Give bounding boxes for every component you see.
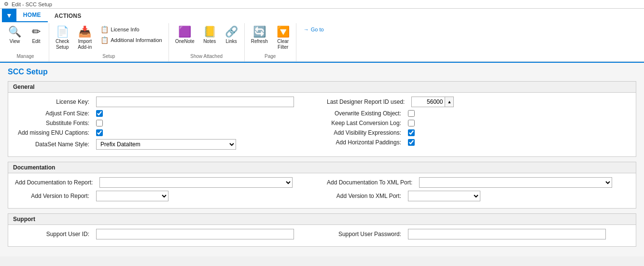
support-password-input[interactable]: [408, 229, 606, 239]
additional-info-label: Additional Information: [111, 37, 162, 43]
edit-icon: ✏: [32, 27, 41, 37]
license-info-item[interactable]: 📋 License Info: [97, 24, 165, 35]
notes-button[interactable]: 📒 Notes: [200, 24, 220, 47]
additional-info-item[interactable]: 📋 Additional Information: [97, 35, 165, 45]
links-label: Links: [226, 39, 237, 44]
refresh-label: Refresh: [251, 39, 268, 44]
support-two-col: Support User ID: Support User Password:: [15, 229, 629, 242]
import-addin-button[interactable]: 📥 ImportAdd-in: [74, 24, 95, 53]
check-setup-icon: 📄: [56, 27, 69, 37]
adjust-font-size-row: Adjust Font Size:: [15, 110, 317, 117]
documentation-section: Documentation Add Documentation to Repor…: [8, 162, 636, 209]
add-doc-to-xmlport-label: Add Documentation To XML Port:: [327, 179, 415, 186]
support-section: Support Support User ID: Support User Pa…: [8, 213, 636, 247]
page-group-label: Page: [248, 53, 293, 60]
keep-last-conversion-checkbox[interactable]: [408, 120, 415, 126]
support-password-label: Support User Password:: [327, 231, 404, 238]
view-icon: 🔍: [8, 27, 21, 37]
links-icon: 🔗: [225, 27, 238, 37]
support-userid-row: Support User ID:: [15, 229, 317, 239]
manage-group-label: Manage: [5, 53, 46, 60]
add-doc-to-report-select[interactable]: [99, 177, 293, 188]
license-key-label: License Key:: [15, 98, 92, 105]
support-password-row: Support User Password:: [327, 229, 629, 239]
general-two-col: License Key: Adjust Font Size: Substitut…: [15, 97, 629, 153]
documentation-header: Documentation: [8, 162, 636, 173]
edit-label: Edit: [32, 39, 40, 44]
onenote-icon: 🟪: [178, 27, 191, 37]
add-missing-enu-label: Add missing ENU Captions:: [15, 129, 92, 136]
tab-home[interactable]: HOME: [16, 9, 48, 22]
refresh-icon: 🔄: [253, 27, 266, 37]
goto-label: Go to: [311, 27, 324, 32]
last-designer-id-row: Last Designer Report ID used: ▲: [327, 97, 629, 107]
add-doc-to-report-row: Add Documentation to Report:: [15, 177, 317, 188]
add-visibility-row: Add Visibility Expressions:: [327, 129, 629, 136]
show-attached-items: 🟪 OneNote 📒 Notes 🔗 Links: [172, 24, 241, 53]
add-horizontal-paddings-checkbox[interactable]: [408, 139, 415, 146]
adjust-font-size-label: Adjust Font Size:: [15, 110, 92, 117]
support-userid-input[interactable]: [96, 229, 294, 239]
onenote-button[interactable]: 🟪 OneNote: [172, 24, 198, 47]
support-left: Support User ID:: [15, 229, 317, 242]
general-header: General: [8, 82, 636, 93]
app-icon: ⚙: [4, 1, 9, 7]
add-doc-to-report-label: Add Documentation to Report:: [15, 179, 96, 186]
ribbon-group-setup: 📄 CheckSetup 📥 ImportAdd-in 📋 License In…: [49, 23, 169, 61]
ribbon-content: 🔍 View ✏ Edit Manage 📄 CheckSetup 📥 I: [0, 22, 644, 62]
spinner-up-btn[interactable]: ▲: [445, 97, 454, 107]
page-content: SCC Setup General License Key: Adjust Fo…: [0, 63, 644, 256]
ribbon-group-show-attached: 🟪 OneNote 📒 Notes 🔗 Links Show Attached: [169, 23, 245, 61]
adjust-font-size-checkbox[interactable]: [96, 110, 103, 117]
ribbon-group-page: 🔄 Refresh 🔽 ClearFilter Page: [245, 23, 296, 61]
keep-last-conversion-row: Keep Last Conversion Log:: [327, 120, 629, 126]
notes-label: Notes: [203, 39, 216, 44]
last-designer-id-spinner: ▲: [411, 97, 454, 107]
support-header: Support: [8, 214, 636, 225]
check-setup-label: CheckSetup: [56, 39, 69, 50]
title-bar: ⚙ Edit - SCC Setup: [0, 0, 644, 9]
view-label: View: [10, 39, 20, 44]
check-setup-button[interactable]: 📄 CheckSetup: [52, 24, 72, 53]
documentation-left: Add Documentation to Report: Add Version…: [15, 177, 317, 204]
last-designer-id-input[interactable]: [411, 97, 445, 107]
setup-group-label: Setup: [52, 53, 166, 60]
license-key-row: License Key:: [15, 97, 317, 107]
add-version-to-report-select[interactable]: [96, 191, 168, 201]
import-addin-label: ImportAdd-in: [78, 39, 92, 50]
dataset-name-style-select[interactable]: Prefix DataItem Suffix DataItem None: [96, 139, 236, 150]
tab-actions[interactable]: ACTIONS: [48, 10, 88, 22]
add-visibility-label: Add Visibility Expressions:: [327, 129, 404, 136]
ribbon-tabs: ▼ HOME ACTIONS: [0, 9, 644, 22]
overwrite-existing-checkbox[interactable]: [408, 110, 415, 117]
substitute-fonts-checkbox[interactable]: [96, 120, 103, 126]
license-key-input[interactable]: [96, 97, 294, 107]
page-title: SCC Setup: [8, 68, 636, 76]
clear-filter-icon: 🔽: [277, 27, 290, 37]
add-doc-to-xmlport-select[interactable]: [419, 177, 612, 188]
clear-filter-button[interactable]: 🔽 ClearFilter: [273, 24, 293, 53]
refresh-button[interactable]: 🔄 Refresh: [248, 24, 271, 47]
documentation-body: Add Documentation to Report: Add Version…: [8, 173, 636, 208]
ribbon-group-goto: → Go to: [296, 23, 331, 61]
page-items: 🔄 Refresh 🔽 ClearFilter: [248, 24, 293, 53]
substitute-fonts-row: Substitute Fonts:: [15, 120, 317, 126]
view-button[interactable]: 🔍 View: [5, 24, 25, 47]
onenote-label: OneNote: [175, 39, 195, 44]
license-info-label: License Info: [111, 27, 139, 32]
ribbon-dropdown-btn[interactable]: ▼: [2, 9, 16, 22]
documentation-right: Add Documentation To XML Port: Add Versi…: [327, 177, 629, 204]
goto-button[interactable]: → Go to: [299, 24, 328, 35]
add-missing-enu-checkbox[interactable]: [96, 129, 103, 136]
support-body: Support User ID: Support User Password:: [8, 225, 636, 246]
notes-icon: 📒: [203, 27, 216, 37]
add-version-to-xmlport-select[interactable]: [408, 191, 480, 201]
add-visibility-checkbox[interactable]: [408, 129, 415, 136]
links-button[interactable]: 🔗 Links: [222, 24, 241, 47]
add-version-to-report-row: Add Version to Report:: [15, 191, 317, 201]
add-version-to-report-label: Add Version to Report:: [15, 193, 92, 199]
import-addin-icon: 📥: [78, 27, 91, 37]
support-right: Support User Password:: [327, 229, 629, 242]
goto-items: → Go to: [299, 24, 328, 60]
edit-button[interactable]: ✏ Edit: [27, 24, 46, 47]
